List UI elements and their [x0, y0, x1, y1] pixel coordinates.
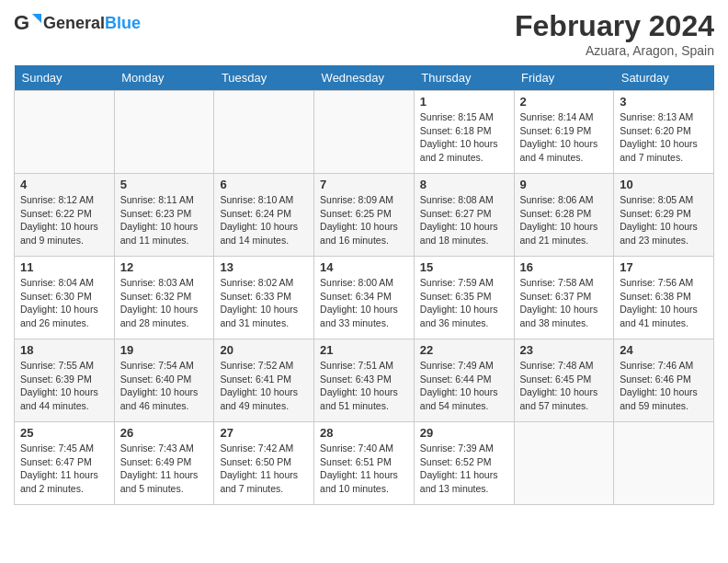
day-number: 7 — [320, 178, 408, 191]
day-info: Sunrise: 8:14 AMSunset: 6:19 PMDaylight:… — [520, 110, 609, 165]
day-number: 15 — [420, 260, 508, 274]
calendar-cell: 28Sunrise: 7:40 AMSunset: 6:51 PMDayligh… — [314, 422, 415, 505]
calendar-cell: 12Sunrise: 8:03 AMSunset: 6:32 PMDayligh… — [114, 257, 214, 339]
day-number: 3 — [620, 95, 708, 109]
day-number: 21 — [320, 343, 408, 357]
day-number: 8 — [420, 178, 508, 191]
day-info: Sunrise: 8:08 AMSunset: 6:27 PMDaylight:… — [420, 193, 508, 247]
logo-icon: G — [14, 9, 41, 37]
page-header: G GeneralBlue February 2024 Azuara, Arag… — [14, 9, 714, 58]
day-number: 10 — [620, 178, 708, 191]
week-row-3: 11Sunrise: 8:04 AMSunset: 6:30 PMDayligh… — [15, 257, 714, 339]
day-info: Sunrise: 8:10 AMSunset: 6:24 PMDaylight:… — [220, 193, 308, 247]
day-number: 18 — [20, 343, 108, 357]
day-info: Sunrise: 8:11 AMSunset: 6:23 PMDaylight:… — [120, 193, 209, 247]
logo-blue: Blue — [105, 14, 141, 33]
header-sunday: Sunday — [15, 65, 115, 91]
calendar-cell: 29Sunrise: 7:39 AMSunset: 6:52 PMDayligh… — [414, 422, 514, 505]
calendar-cell — [214, 91, 314, 174]
day-number: 4 — [20, 178, 108, 191]
day-number: 25 — [20, 426, 108, 440]
calendar-cell: 18Sunrise: 7:55 AMSunset: 6:39 PMDayligh… — [15, 339, 115, 422]
calendar-cell: 8Sunrise: 8:08 AMSunset: 6:27 PMDaylight… — [414, 174, 514, 257]
calendar-cell: 5Sunrise: 8:11 AMSunset: 6:23 PMDaylight… — [114, 174, 214, 257]
day-info: Sunrise: 7:48 AMSunset: 6:45 PMDaylight:… — [520, 359, 609, 413]
svg-text:G: G — [14, 11, 29, 34]
calendar-cell: 22Sunrise: 7:49 AMSunset: 6:44 PMDayligh… — [414, 339, 514, 422]
day-info: Sunrise: 8:05 AMSunset: 6:29 PMDaylight:… — [620, 193, 708, 247]
week-row-1: 1Sunrise: 8:15 AMSunset: 6:18 PMDaylight… — [15, 91, 714, 174]
day-info: Sunrise: 7:55 AMSunset: 6:39 PMDaylight:… — [20, 359, 108, 413]
day-number: 22 — [420, 343, 508, 357]
day-info: Sunrise: 8:02 AMSunset: 6:33 PMDaylight:… — [220, 276, 308, 330]
day-number: 5 — [120, 178, 209, 191]
day-info: Sunrise: 8:04 AMSunset: 6:30 PMDaylight:… — [20, 276, 108, 330]
day-info: Sunrise: 7:51 AMSunset: 6:43 PMDaylight:… — [320, 359, 408, 413]
calendar-cell: 1Sunrise: 8:15 AMSunset: 6:18 PMDaylight… — [414, 91, 514, 174]
calendar-cell: 27Sunrise: 7:42 AMSunset: 6:50 PMDayligh… — [214, 422, 314, 505]
logo: G GeneralBlue — [14, 9, 141, 37]
calendar-cell — [15, 91, 115, 174]
calendar-cell: 2Sunrise: 8:14 AMSunset: 6:19 PMDaylight… — [514, 91, 614, 174]
day-info: Sunrise: 8:13 AMSunset: 6:20 PMDaylight:… — [620, 110, 708, 165]
day-number: 17 — [620, 260, 708, 274]
day-info: Sunrise: 7:56 AMSunset: 6:38 PMDaylight:… — [620, 276, 708, 330]
day-info: Sunrise: 8:15 AMSunset: 6:18 PMDaylight:… — [420, 110, 508, 165]
title-area: February 2024 Azuara, Aragon, Spain — [515, 9, 714, 58]
svg-marker-1 — [32, 14, 41, 23]
calendar-cell: 26Sunrise: 7:43 AMSunset: 6:49 PMDayligh… — [114, 422, 214, 505]
month-title: February 2024 — [515, 9, 714, 43]
day-info: Sunrise: 7:40 AMSunset: 6:51 PMDaylight:… — [320, 442, 408, 496]
day-info: Sunrise: 8:03 AMSunset: 6:32 PMDaylight:… — [120, 276, 209, 330]
calendar-cell: 21Sunrise: 7:51 AMSunset: 6:43 PMDayligh… — [314, 339, 415, 422]
day-number: 26 — [120, 426, 209, 440]
day-info: Sunrise: 7:49 AMSunset: 6:44 PMDaylight:… — [420, 359, 508, 413]
calendar-cell: 6Sunrise: 8:10 AMSunset: 6:24 PMDaylight… — [214, 174, 314, 257]
day-number: 27 — [220, 426, 308, 440]
day-number: 24 — [620, 343, 708, 357]
calendar-cell: 4Sunrise: 8:12 AMSunset: 6:22 PMDaylight… — [15, 174, 115, 257]
calendar-table: Sunday Monday Tuesday Wednesday Thursday… — [14, 65, 714, 505]
calendar-cell: 24Sunrise: 7:46 AMSunset: 6:46 PMDayligh… — [614, 339, 714, 422]
day-info: Sunrise: 7:52 AMSunset: 6:41 PMDaylight:… — [220, 359, 308, 413]
location: Azuara, Aragon, Spain — [515, 43, 714, 58]
calendar-cell: 14Sunrise: 8:00 AMSunset: 6:34 PMDayligh… — [314, 257, 415, 339]
day-info: Sunrise: 7:58 AMSunset: 6:37 PMDaylight:… — [520, 276, 609, 330]
week-row-2: 4Sunrise: 8:12 AMSunset: 6:22 PMDaylight… — [15, 174, 714, 257]
header-friday: Friday — [514, 65, 614, 91]
day-number: 6 — [220, 178, 308, 191]
header-tuesday: Tuesday — [214, 65, 314, 91]
day-number: 12 — [120, 260, 209, 274]
header-monday: Monday — [114, 65, 214, 91]
calendar-cell — [114, 91, 214, 174]
week-row-5: 25Sunrise: 7:45 AMSunset: 6:47 PMDayligh… — [15, 422, 714, 505]
calendar-cell: 10Sunrise: 8:05 AMSunset: 6:29 PMDayligh… — [614, 174, 714, 257]
day-number: 29 — [420, 426, 508, 440]
day-info: Sunrise: 7:42 AMSunset: 6:50 PMDaylight:… — [220, 442, 308, 496]
calendar-cell — [614, 422, 714, 505]
day-number: 20 — [220, 343, 308, 357]
calendar-cell: 20Sunrise: 7:52 AMSunset: 6:41 PMDayligh… — [214, 339, 314, 422]
day-info: Sunrise: 8:06 AMSunset: 6:28 PMDaylight:… — [520, 193, 609, 247]
day-number: 2 — [520, 95, 609, 109]
header-thursday: Thursday — [414, 65, 514, 91]
logo-general: General — [43, 14, 105, 33]
calendar-cell: 16Sunrise: 7:58 AMSunset: 6:37 PMDayligh… — [514, 257, 614, 339]
day-number: 11 — [20, 260, 108, 274]
day-info: Sunrise: 7:39 AMSunset: 6:52 PMDaylight:… — [420, 442, 508, 496]
header-wednesday: Wednesday — [314, 65, 415, 91]
day-info: Sunrise: 7:45 AMSunset: 6:47 PMDaylight:… — [20, 442, 108, 496]
day-number: 19 — [120, 343, 209, 357]
day-info: Sunrise: 7:46 AMSunset: 6:46 PMDaylight:… — [620, 359, 708, 413]
day-number: 14 — [320, 260, 408, 274]
calendar-cell: 19Sunrise: 7:54 AMSunset: 6:40 PMDayligh… — [114, 339, 214, 422]
day-info: Sunrise: 8:00 AMSunset: 6:34 PMDaylight:… — [320, 276, 408, 330]
day-number: 28 — [320, 426, 408, 440]
calendar-cell — [514, 422, 614, 505]
day-info: Sunrise: 7:59 AMSunset: 6:35 PMDaylight:… — [420, 276, 508, 330]
calendar-cell: 9Sunrise: 8:06 AMSunset: 6:28 PMDaylight… — [514, 174, 614, 257]
weekday-header-row: Sunday Monday Tuesday Wednesday Thursday… — [15, 65, 714, 91]
calendar-cell: 13Sunrise: 8:02 AMSunset: 6:33 PMDayligh… — [214, 257, 314, 339]
week-row-4: 18Sunrise: 7:55 AMSunset: 6:39 PMDayligh… — [15, 339, 714, 422]
calendar-cell: 23Sunrise: 7:48 AMSunset: 6:45 PMDayligh… — [514, 339, 614, 422]
